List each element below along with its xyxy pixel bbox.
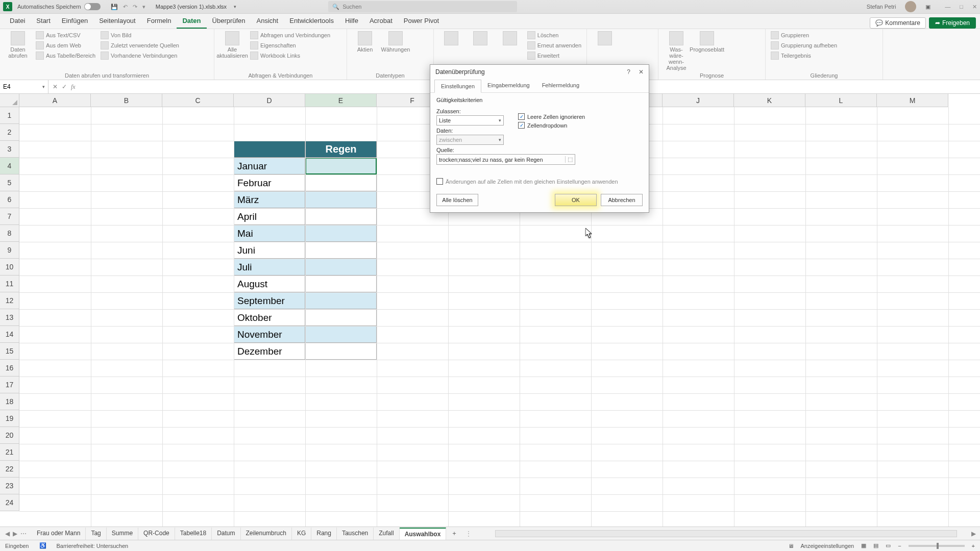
column-header-J[interactable]: J [663,94,734,107]
row-header-8[interactable]: 8 [0,225,19,242]
ribbon-tab-einfügen[interactable]: Einfügen [56,14,93,29]
sheet-tab-auswahlbox[interactable]: Auswahlbox [400,528,447,540]
refresh-all-button[interactable]: Alle aktualisieren [219,31,245,59]
row-header-10[interactable]: 10 [0,259,19,276]
row-header-6[interactable]: 6 [0,191,19,208]
sheet-tab-zufall[interactable]: Zufall [374,528,399,540]
sheet-tab-kg[interactable]: KG [292,528,311,540]
row-header-19[interactable]: 19 [0,410,19,427]
ribbon-item[interactable]: Gruppieren [771,31,837,39]
ribbon-tab-entwicklertools[interactable]: Entwicklertools [284,14,339,29]
dialog-tab-settings[interactable]: Einstellungen [434,80,481,93]
whatif-button[interactable]: Was-wäre-wenn-Analyse [664,31,689,71]
row-header-5[interactable]: 5 [0,174,19,191]
view-pagebreak-icon[interactable]: ▭ [886,542,891,549]
minimize-icon[interactable]: — [945,4,950,10]
accept-formula-icon[interactable]: ✓ [62,83,67,90]
row-header-4[interactable]: 4 [0,158,19,174]
sheet-tab-tauschen[interactable]: Tauschen [337,528,374,540]
ok-button[interactable]: OK [555,194,597,206]
sheet-tab-summe[interactable]: Summe [107,528,138,540]
scroll-right-icon[interactable]: ▶ [967,530,980,537]
month-cell[interactable]: November [234,326,305,343]
month-cell[interactable]: Januar [234,158,305,174]
filter-button[interactable] [498,31,522,45]
redo-icon[interactable]: ↷ [133,4,137,10]
apply-all-checkbox[interactable]: Änderungen auf alle Zellen mit den gleic… [436,178,643,185]
stocks-button[interactable]: Aktien [352,31,378,53]
month-cell[interactable]: Mai [234,225,305,242]
month-cell[interactable]: Februar [234,174,305,191]
select-all-corner[interactable] [0,94,19,107]
cancel-button[interactable]: Abbrechen [601,194,643,206]
ignore-blank-checkbox[interactable]: Leere Zellen ignorieren [518,113,585,120]
sheet-nav-prev-icon[interactable]: ◀ [5,530,10,537]
month-cell[interactable]: September [234,292,305,309]
ribbon-item[interactable]: Teilergebnis [771,52,837,60]
toggle-switch-icon[interactable] [84,3,101,10]
ribbon-item[interactable]: Aus dem Web [36,41,95,49]
value-cell[interactable] [305,326,377,343]
value-cell[interactable] [305,343,377,360]
sort-desc-button[interactable] [469,31,493,45]
column-header-B[interactable]: B [91,94,162,107]
forecast-button[interactable]: Prognoseblatt [694,31,720,53]
add-sheet-button[interactable]: ＋ [446,529,462,538]
name-box[interactable]: E4 ▾ [0,80,48,93]
month-cell[interactable]: August [234,276,305,292]
ribbon-tab-datei[interactable]: Datei [4,14,31,29]
month-cell[interactable]: Dezember [234,343,305,360]
range-picker-icon[interactable]: ⬚ [565,156,573,163]
row-header-9[interactable]: 9 [0,242,19,259]
column-header-E[interactable]: E [305,94,377,107]
row-header-21[interactable]: 21 [0,444,19,461]
ribbon-tab-seitenlayout[interactable]: Seitenlayout [93,14,141,29]
ribbon-item[interactable]: Erweitert [527,52,581,60]
dialog-close-icon[interactable]: ✕ [639,68,644,76]
row-header-7[interactable]: 7 [0,208,19,225]
column-header-D[interactable]: D [234,94,305,107]
sheet-tab-datum[interactable]: Datum [212,528,240,540]
row-header-24[interactable]: 24 [0,494,19,511]
ribbon-item[interactable]: Eigenschaften [250,41,330,49]
clear-all-button[interactable]: Alle löschen [436,194,478,206]
ribbon-tab-ansicht[interactable]: Ansicht [251,14,284,29]
row-header-11[interactable]: 11 [0,276,19,292]
comments-button[interactable]: 💬 Kommentare [870,17,926,29]
zoom-out-icon[interactable]: − [898,543,901,549]
value-cell[interactable] [305,276,377,292]
month-cell[interactable]: März [234,191,305,208]
cancel-formula-icon[interactable]: ✕ [53,83,58,90]
column-header-M[interactable]: M [877,94,948,107]
dialog-titlebar[interactable]: Datenüberprüfung ? ✕ [430,65,649,79]
text-to-columns-button[interactable] [592,31,618,45]
accessibility-label[interactable]: Barrierefreiheit: Untersuchen [57,543,129,549]
value-cell[interactable] [305,259,377,276]
value-cell[interactable] [305,208,377,225]
ribbon-tab-hilfe[interactable]: Hilfe [339,14,364,29]
search-input[interactable]: 🔍 Suchen [328,1,517,12]
ribbon-item[interactable]: Abfragen und Verbindungen [250,31,330,39]
ribbon-tab-formeln[interactable]: Formeln [141,14,177,29]
row-header-15[interactable]: 15 [0,343,19,360]
row-header-14[interactable]: 14 [0,326,19,343]
row-header-20[interactable]: 20 [0,427,19,444]
ribbon-item[interactable]: Erneut anwenden [527,41,581,49]
row-header-18[interactable]: 18 [0,393,19,410]
source-input[interactable]: trocken;nass;viel zu nass, gar kein Rege… [436,154,575,165]
row-header-12[interactable]: 12 [0,292,19,309]
ribbon-item[interactable]: Aus Text/CSV [36,31,95,39]
ribbon-tab-power pivot[interactable]: Power Pivot [398,14,445,29]
dialog-tab-error-alert[interactable]: Fehlermeldung [536,79,585,92]
sheet-tab-frau-oder-mann[interactable]: Frau oder Mann [32,528,86,540]
row-header-23[interactable]: 23 [0,478,19,494]
present-icon[interactable]: ▣ [925,4,930,10]
value-cell[interactable] [305,309,377,326]
ribbon-tab-acrobat[interactable]: Acrobat [364,14,398,29]
row-header-16[interactable]: 16 [0,360,19,377]
sheet-nav-next-icon[interactable]: ▶ [13,530,17,537]
value-cell[interactable] [305,158,377,174]
month-cell[interactable]: Juli [234,259,305,276]
sheet-tab-tabelle18[interactable]: Tabelle18 [175,528,212,540]
column-header-L[interactable]: L [805,94,877,107]
